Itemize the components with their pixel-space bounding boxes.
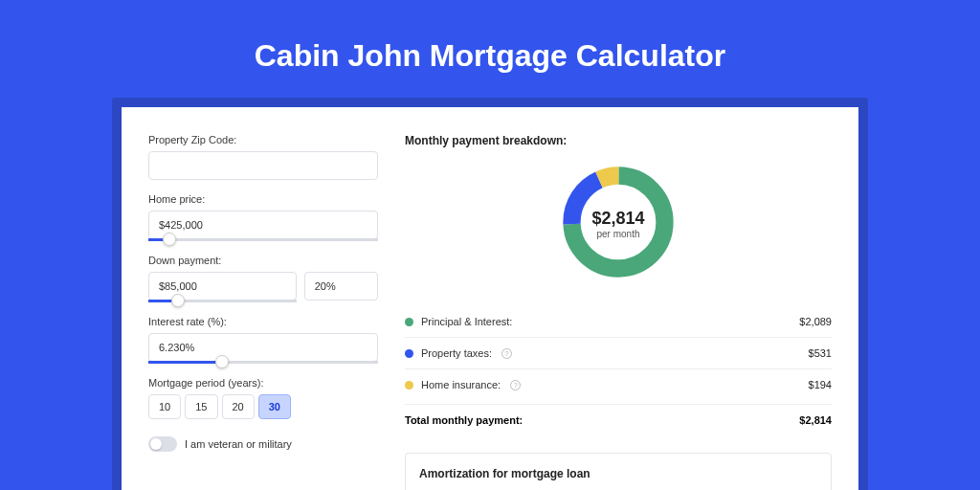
- donut-chart: $2,814 per month: [557, 161, 679, 287]
- legend-row: Principal & Interest:$2,089: [405, 306, 832, 338]
- legend-row: Property taxes:?$531: [405, 338, 832, 369]
- down-payment-input[interactable]: [148, 272, 297, 301]
- slider-thumb[interactable]: [215, 355, 229, 368]
- donut-center: $2,814 per month: [591, 209, 644, 239]
- breakdown-column: Monthly payment breakdown: $2,814 per mo…: [405, 134, 832, 490]
- info-icon[interactable]: ?: [501, 348, 512, 359]
- veteran-toggle[interactable]: [148, 436, 177, 452]
- period-button-group: 10152030: [148, 394, 378, 419]
- interest-slider[interactable]: [148, 361, 378, 364]
- field-down-payment: Down payment:: [148, 255, 378, 302]
- home-price-slider[interactable]: [148, 238, 378, 241]
- field-home-price: Home price:: [148, 193, 378, 241]
- legend-value: $194: [809, 379, 832, 390]
- home-price-input[interactable]: [148, 211, 378, 239]
- interest-input[interactable]: [148, 333, 378, 362]
- legend-row: Home insurance:?$194: [405, 369, 832, 400]
- down-payment-slider[interactable]: [148, 300, 297, 302]
- period-label: Mortgage period (years):: [148, 377, 378, 389]
- donut-amount: $2,814: [591, 209, 644, 229]
- field-zip: Property Zip Code:: [148, 134, 378, 180]
- veteran-toggle-row: I am veteran or military: [148, 436, 378, 452]
- period-button-15[interactable]: 15: [185, 394, 217, 419]
- period-button-30[interactable]: 30: [258, 394, 291, 419]
- amortization-title: Amortization for mortgage loan: [419, 467, 817, 480]
- legend-label: Home insurance:: [421, 379, 501, 390]
- interest-label: Interest rate (%):: [148, 316, 378, 327]
- veteran-label: I am veteran or military: [185, 438, 292, 450]
- zip-label: Property Zip Code:: [148, 134, 378, 145]
- breakdown-title: Monthly payment breakdown:: [405, 134, 832, 147]
- legend-dot: [405, 381, 413, 390]
- total-label: Total monthly payment:: [405, 414, 523, 426]
- legend-left: Principal & Interest:: [405, 316, 512, 327]
- legend-label: Property taxes:: [421, 347, 492, 359]
- slider-thumb[interactable]: [171, 294, 185, 307]
- down-payment-label: Down payment:: [148, 255, 378, 266]
- total-value: $2,814: [799, 414, 832, 426]
- card-backdrop: Property Zip Code: Home price: Down paym…: [112, 98, 868, 490]
- legend-left: Home insurance:?: [405, 379, 521, 390]
- down-payment-pct-input[interactable]: [304, 272, 378, 301]
- info-icon[interactable]: ?: [510, 380, 521, 390]
- legend: Principal & Interest:$2,089Property taxe…: [405, 306, 832, 400]
- legend-value: $531: [809, 347, 832, 359]
- legend-dot: [405, 318, 413, 326]
- page-title: Cabin John Mortgage Calculator: [0, 0, 980, 98]
- legend-dot: [405, 349, 413, 358]
- zip-input[interactable]: [148, 151, 378, 180]
- field-mortgage-period: Mortgage period (years): 10152030: [148, 377, 378, 419]
- amortization-box: Amortization for mortgage loan Amortizat…: [405, 453, 832, 490]
- slider-thumb[interactable]: [163, 233, 176, 246]
- donut-chart-wrap: $2,814 per month: [405, 161, 832, 287]
- legend-label: Principal & Interest:: [421, 316, 512, 327]
- legend-value: $2,089: [799, 316, 832, 327]
- field-interest-rate: Interest rate (%):: [148, 316, 378, 364]
- calculator-card: Property Zip Code: Home price: Down paym…: [122, 107, 858, 490]
- toggle-knob: [150, 438, 162, 450]
- donut-subtext: per month: [591, 229, 644, 239]
- home-price-label: Home price:: [148, 193, 378, 205]
- total-row: Total monthly payment: $2,814: [405, 404, 832, 435]
- period-button-20[interactable]: 20: [222, 394, 255, 419]
- period-button-10[interactable]: 10: [148, 394, 181, 419]
- form-column: Property Zip Code: Home price: Down paym…: [148, 134, 378, 490]
- legend-left: Property taxes:?: [405, 347, 512, 359]
